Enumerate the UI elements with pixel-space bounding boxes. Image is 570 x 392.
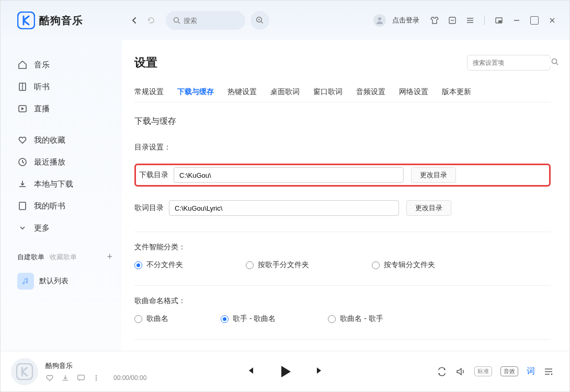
loop-button[interactable] (437, 366, 447, 377)
dir-section-label: 目录设置： (134, 143, 551, 152)
tab-window-lyrics[interactable]: 窗口歌词 (313, 87, 343, 102)
maximize-button[interactable] (529, 15, 540, 26)
comment-button[interactable] (77, 374, 85, 382)
pip-button[interactable] (493, 15, 505, 26)
heart-icon (17, 135, 28, 145)
nav-local-download[interactable]: 本地与下载 (17, 173, 112, 195)
music-note-icon (17, 273, 34, 290)
radio-no-split[interactable]: 不分文件夹 (134, 260, 183, 270)
chevron-left-icon (131, 17, 138, 24)
radio-dot-icon (221, 315, 229, 323)
brand-name: 酷狗音乐 (39, 14, 83, 28)
avatar[interactable] (373, 14, 386, 27)
download-dir-input[interactable] (174, 167, 404, 183)
radio-dot-icon (372, 261, 380, 269)
radio-dot-icon (134, 261, 142, 269)
svg-point-4 (378, 17, 381, 20)
sort-label: 文件智能分类： (134, 243, 551, 252)
svg-point-12 (552, 59, 557, 64)
pip-icon (495, 16, 503, 25)
tab-collected-playlists[interactable]: 收藏歌单 (50, 252, 77, 262)
nav-my-audiobook[interactable]: 我的听书 (17, 195, 112, 217)
comment-icon (77, 374, 85, 382)
settings-tabs: 常规设置 下载与缓存 热键设置 桌面歌词 窗口歌词 音频设置 网络设置 版本更新 (134, 87, 551, 102)
tab-hotkeys[interactable]: 热键设置 (227, 87, 257, 102)
heart-icon (45, 374, 54, 382)
nav-recent[interactable]: 最近播放 (17, 151, 112, 173)
tab-my-playlists[interactable]: 自建歌单 (17, 252, 44, 262)
close-button[interactable] (546, 15, 558, 26)
nav-label: 听书 (34, 82, 50, 92)
svg-point-3 (258, 19, 259, 20)
refresh-icon (147, 16, 155, 25)
download-track-button[interactable] (61, 374, 70, 382)
logo-icon (16, 363, 33, 380)
search-icon (173, 17, 180, 24)
radio-by-album[interactable]: 按专辑分文件夹 (372, 260, 435, 270)
home-icon (17, 60, 28, 70)
tab-general[interactable]: 常规设置 (134, 87, 164, 102)
time-display: 00:00/00:00 (113, 374, 146, 382)
settings-search-input[interactable] (473, 59, 551, 66)
hamburger-button[interactable] (464, 15, 476, 26)
mini-button[interactable] (447, 15, 458, 26)
playlist-default[interactable]: 默认列表 (17, 273, 112, 290)
close-icon (549, 17, 556, 24)
login-link[interactable]: 点击登录 (392, 16, 419, 25)
radio-name-song[interactable]: 歌曲名 (134, 314, 168, 324)
nav-more[interactable]: 更多 (17, 217, 112, 239)
more-button[interactable] (93, 374, 100, 382)
global-search[interactable] (166, 11, 245, 30)
radio-name-song-artist[interactable]: 歌曲名 - 歌手 (328, 314, 383, 324)
play-button[interactable] (277, 364, 293, 379)
tab-download-cache[interactable]: 下载与缓存 (177, 87, 214, 102)
next-button[interactable] (315, 365, 325, 378)
radio-by-artist[interactable]: 按歌手分文件夹 (246, 260, 309, 270)
player-bar: 酷狗音乐 00:00/00:00 标准 音效 词 (1, 351, 569, 391)
tab-update[interactable]: 版本更新 (442, 87, 471, 102)
settings-search[interactable] (467, 55, 551, 71)
nav-label: 本地与下载 (34, 179, 73, 189)
add-playlist-button[interactable]: + (107, 251, 112, 262)
tab-network[interactable]: 网络设置 (399, 87, 428, 102)
quality-badge[interactable]: 标准 (474, 366, 492, 376)
chevron-down-icon (17, 223, 28, 233)
album-cover[interactable] (11, 358, 38, 385)
tab-desktop-lyrics[interactable]: 桌面歌词 (270, 87, 300, 102)
sound-effect-button[interactable]: 音效 (500, 366, 518, 376)
download-icon (61, 374, 70, 382)
back-button[interactable] (127, 13, 142, 28)
lyric-dir-input[interactable] (169, 200, 399, 216)
change-lyric-dir-button[interactable]: 更改目录 (406, 200, 451, 216)
global-search-input[interactable] (184, 17, 231, 25)
prev-button[interactable] (245, 365, 255, 378)
minimize-button[interactable] (511, 15, 522, 26)
download-dir-label: 下载目录 (139, 170, 174, 180)
tab-audio[interactable]: 音频设置 (356, 87, 385, 102)
bookmark-icon (17, 201, 28, 211)
svg-rect-14 (78, 375, 84, 379)
lyric-toggle[interactable]: 词 (527, 366, 535, 377)
nav-audiobook[interactable]: 听书 (17, 76, 112, 98)
nav-live[interactable]: 直播 (17, 98, 112, 120)
change-download-dir-button[interactable]: 更改目录 (411, 167, 456, 183)
volume-button[interactable] (455, 366, 466, 377)
nav-favorites[interactable]: 我的收藏 (17, 129, 112, 151)
play-icon (277, 364, 293, 379)
like-button[interactable] (45, 374, 54, 382)
titlebar: 酷狗音乐 点击登录 (1, 1, 569, 40)
radio-dot-icon (134, 315, 142, 323)
nav-label: 更多 (34, 223, 50, 233)
sort-radio-group: 不分文件夹 按歌手分文件夹 按专辑分文件夹 (134, 260, 551, 270)
radio-dot-icon (328, 315, 336, 323)
radio-name-artist-song[interactable]: 歌手 - 歌曲名 (221, 314, 276, 324)
skin-button[interactable] (429, 15, 440, 26)
nav-music[interactable]: 音乐 (17, 54, 112, 76)
voice-search-button[interactable] (250, 11, 269, 30)
section-title: 下载与缓存 (134, 116, 551, 127)
queue-button[interactable] (543, 366, 554, 377)
volume-icon (455, 366, 466, 377)
nav-label: 我的听书 (34, 201, 65, 211)
svg-point-16 (96, 377, 97, 378)
refresh-button[interactable] (144, 13, 158, 28)
